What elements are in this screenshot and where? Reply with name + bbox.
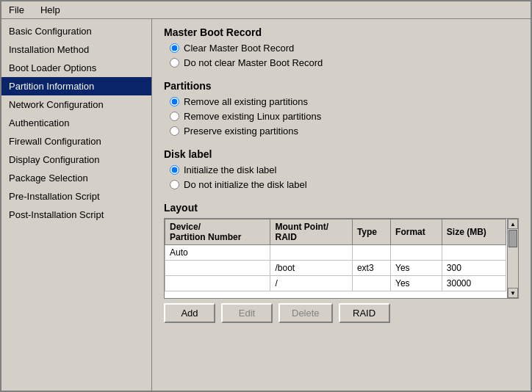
disk-label-option-1[interactable]: Initialize the disk label — [170, 164, 519, 175]
cell-format: Yes — [391, 261, 442, 276]
delete-button[interactable]: Delete — [278, 303, 333, 323]
partition-radio-2[interactable] — [170, 112, 179, 121]
cell-format: Yes — [391, 276, 442, 291]
partition-label-2: Remove existing Linux partitions — [184, 111, 321, 122]
edit-button[interactable]: Edit — [221, 303, 273, 323]
sidebar-item[interactable]: Boot Loader Options — [1, 59, 151, 77]
partition-radio-3[interactable] — [170, 126, 179, 136]
sidebar-item[interactable]: Basic Configuration — [1, 22, 151, 40]
disk-label-label-1: Initialize the disk label — [184, 164, 276, 175]
disk-label-label-2: Do not initialize the disk label — [184, 179, 307, 190]
disk-label-section: Disk label Initialize the disk label Do … — [164, 148, 519, 190]
mbr-section: Master Boot Record Clear Master Boot Rec… — [164, 26, 519, 68]
sidebar-item[interactable]: Pre-Installation Script — [1, 187, 151, 206]
layout-table-wrapper: Device/Partition Number Mount Point/RAID… — [164, 218, 519, 299]
table-row[interactable]: /boot ext3 Yes 300 — [165, 261, 506, 276]
cell-size — [442, 245, 506, 261]
mbr-title: Master Boot Record — [164, 26, 519, 38]
sidebar-item[interactable]: Firewall Configuration — [1, 132, 151, 150]
col-mount: Mount Point/RAID — [270, 219, 352, 245]
layout-table-container: Device/Partition Number Mount Point/RAID… — [164, 218, 519, 299]
cell-type — [352, 245, 390, 261]
col-format: Format — [391, 219, 442, 245]
col-size: Size (MB) — [442, 219, 506, 245]
mbr-radio-1[interactable] — [170, 43, 179, 53]
sidebar-item[interactable]: Authentication — [1, 114, 151, 132]
cell-device — [165, 261, 270, 276]
disk-label-radio-1[interactable] — [170, 165, 179, 175]
scroll-track — [508, 248, 518, 288]
partition-radio-1[interactable] — [170, 97, 179, 106]
disk-label-options: Initialize the disk label Do not initial… — [170, 164, 519, 190]
mbr-label-1: Clear Master Boot Record — [184, 43, 294, 54]
scroll-up-arrow[interactable]: ▲ — [508, 219, 518, 229]
table-header-row: Device/Partition Number Mount Point/RAID… — [165, 219, 506, 245]
layout-buttons: Add Edit Delete RAID — [164, 303, 519, 323]
mbr-option-2[interactable]: Do not clear Master Boot Record — [170, 57, 519, 68]
table-row[interactable]: / Yes 30000 — [165, 276, 506, 291]
partitions-section: Partitions Remove all existing partition… — [164, 80, 519, 137]
cell-size: 300 — [442, 261, 506, 276]
scroll-down-arrow[interactable]: ▼ — [508, 288, 518, 298]
col-type: Type — [352, 219, 390, 245]
partitions-title: Partitions — [164, 80, 519, 92]
cell-mount — [270, 245, 352, 261]
sidebar-item[interactable]: Network Configuration — [1, 95, 151, 114]
cell-mount: / — [270, 276, 352, 291]
main-panel: Master Boot Record Clear Master Boot Rec… — [152, 19, 531, 391]
partition-option-1[interactable]: Remove all existing partitions — [170, 96, 519, 107]
layout-table: Device/Partition Number Mount Point/RAID… — [165, 219, 506, 291]
content-area: Basic ConfigurationInstallation MethodBo… — [1, 19, 531, 391]
mbr-label-2: Do not clear Master Boot Record — [184, 57, 323, 68]
cell-size: 30000 — [442, 276, 506, 291]
scroll-thumb[interactable] — [508, 230, 517, 247]
menu-file[interactable]: File — [4, 3, 29, 17]
mbr-option-1[interactable]: Clear Master Boot Record — [170, 43, 519, 54]
main-window: File Help Basic ConfigurationInstallatio… — [0, 0, 532, 392]
sidebar-item[interactable]: Installation Method — [1, 40, 151, 59]
partition-option-3[interactable]: Preserve existing partitions — [170, 126, 519, 137]
partition-option-2[interactable]: Remove existing Linux partitions — [170, 111, 519, 122]
add-button[interactable]: Add — [164, 303, 215, 323]
mbr-options: Clear Master Boot Record Do not clear Ma… — [170, 43, 519, 68]
partition-label-1: Remove all existing partitions — [184, 96, 308, 107]
mbr-radio-2[interactable] — [170, 58, 179, 68]
menu-help[interactable]: Help — [36, 3, 65, 17]
cell-device: Auto — [165, 245, 270, 261]
disk-label-radio-2[interactable] — [170, 180, 179, 189]
layout-title: Layout — [164, 202, 519, 214]
partitions-options: Remove all existing partitions Remove ex… — [170, 96, 519, 137]
partition-label-3: Preserve existing partitions — [184, 126, 298, 137]
disk-label-title: Disk label — [164, 148, 519, 160]
cell-type — [352, 276, 390, 291]
layout-section: Layout Device/Partition Number Mount Poi… — [164, 202, 519, 383]
sidebar: Basic ConfigurationInstallation MethodBo… — [1, 19, 152, 391]
sidebar-item[interactable]: Partition Information — [1, 77, 151, 95]
cell-mount: /boot — [270, 261, 352, 276]
menubar: File Help — [1, 1, 531, 19]
scrollbar[interactable]: ▲ ▼ — [507, 218, 519, 299]
cell-format — [391, 245, 442, 261]
cell-type: ext3 — [352, 261, 390, 276]
disk-label-option-2[interactable]: Do not initialize the disk label — [170, 179, 519, 190]
sidebar-item[interactable]: Display Configuration — [1, 150, 151, 169]
cell-device — [165, 276, 270, 291]
sidebar-item[interactable]: Post-Installation Script — [1, 206, 151, 224]
table-row[interactable]: Auto — [165, 245, 506, 261]
raid-button[interactable]: RAID — [339, 303, 390, 323]
col-device: Device/Partition Number — [165, 219, 270, 245]
sidebar-item[interactable]: Package Selection — [1, 169, 151, 187]
